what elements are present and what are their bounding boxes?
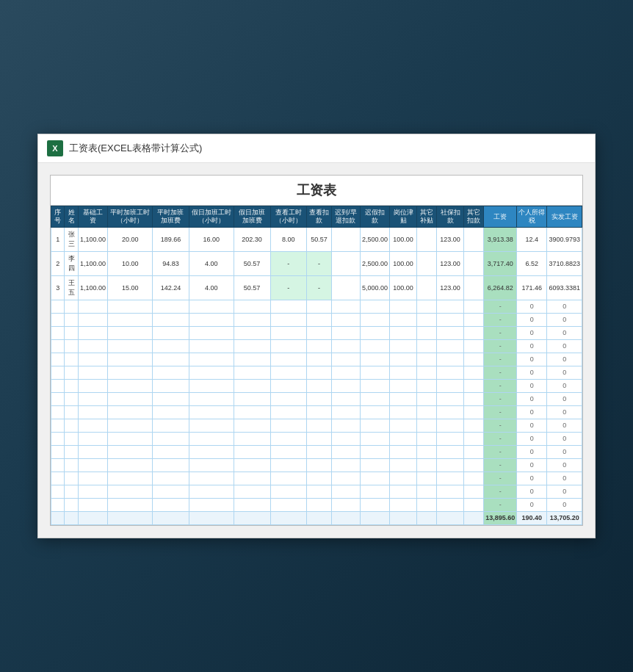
col-salary: 工资	[484, 206, 517, 228]
table-cell-empty	[307, 392, 332, 405]
table-cell-empty	[51, 392, 65, 405]
table-cell-empty	[390, 405, 417, 419]
table-cell-empty	[234, 472, 270, 485]
table-cell-empty	[65, 366, 78, 379]
table-cell-empty	[307, 313, 332, 326]
table-cell-empty	[78, 405, 108, 419]
table-cell-empty	[270, 458, 307, 472]
table-cell-empty	[463, 419, 483, 432]
total-cell	[65, 511, 78, 524]
table-cell-empty	[360, 379, 390, 392]
table-cell: 1,100.00	[78, 275, 108, 300]
table-cell-empty	[51, 300, 65, 313]
table-cell-empty: 0	[547, 419, 582, 432]
table-row-empty: -00	[51, 458, 582, 472]
table-cell-empty	[416, 366, 436, 379]
total-cell	[437, 511, 464, 524]
table-cell-empty	[51, 313, 65, 326]
table-cell: 5,000.00	[360, 275, 390, 300]
total-cell	[78, 511, 108, 524]
total-cell	[332, 511, 361, 524]
table-cell-empty	[65, 300, 78, 313]
table-cell-empty	[234, 498, 270, 511]
table-cell: 50.57	[234, 275, 270, 300]
table-cell-empty	[108, 458, 153, 472]
table-cell-empty	[307, 498, 332, 511]
table-cell-empty	[78, 432, 108, 445]
table-cell-empty: -	[484, 392, 517, 405]
table-cell-empty	[332, 445, 361, 458]
excel-icon: X	[47, 140, 63, 156]
table-cell-empty	[437, 379, 464, 392]
sheet-title: 工资表	[51, 176, 582, 206]
table-cell: 2,500.00	[360, 251, 390, 275]
table-cell-empty: -	[484, 432, 517, 445]
table-cell-empty	[463, 445, 483, 458]
table-row-empty: -00	[51, 405, 582, 419]
table-cell-empty	[152, 405, 189, 419]
table-cell-empty	[360, 458, 390, 472]
table-cell: 100.00	[390, 227, 417, 251]
table-cell-empty	[108, 445, 153, 458]
table-cell-empty	[108, 339, 153, 353]
table-cell: 94.83	[152, 251, 189, 275]
table-cell-empty	[152, 379, 189, 392]
table-cell-empty: 0	[517, 353, 547, 366]
table-cell-empty	[360, 432, 390, 445]
table-cell-empty	[234, 405, 270, 419]
table-cell-empty: 0	[547, 366, 582, 379]
table-cell-empty	[332, 498, 361, 511]
table-cell-empty	[65, 419, 78, 432]
table-cell-empty	[234, 458, 270, 472]
table-cell-empty	[332, 326, 361, 339]
table-cell-empty: -	[484, 366, 517, 379]
table-cell-empty	[390, 313, 417, 326]
table-cell-empty	[270, 392, 307, 405]
table-cell-empty: -	[484, 313, 517, 326]
col-late-hours: 查看工时（小时）	[270, 206, 307, 228]
table-cell-empty	[463, 339, 483, 353]
table-cell-empty	[65, 485, 78, 498]
table-cell-empty	[51, 405, 65, 419]
table-cell-empty	[437, 366, 464, 379]
table-cell-empty	[65, 313, 78, 326]
table-cell-empty	[270, 353, 307, 366]
table-cell-empty	[234, 313, 270, 326]
table-cell-empty	[437, 458, 464, 472]
table-cell-empty	[108, 485, 153, 498]
table-cell-empty	[416, 458, 436, 472]
table-cell-empty	[234, 326, 270, 339]
table-cell-empty	[189, 472, 234, 485]
sheet-container: 工资表 序号 姓名 基础工资 平时加班工时（小时） 平时加班加班费 假日加班工时…	[50, 175, 583, 526]
table-cell-empty	[437, 392, 464, 405]
table-cell-empty	[234, 432, 270, 445]
table-cell-empty	[78, 313, 108, 326]
table-cell-empty	[332, 339, 361, 353]
table-cell-empty: 0	[517, 405, 547, 419]
table-cell: 123.00	[437, 227, 464, 251]
table-cell: 1,100.00	[78, 227, 108, 251]
table-cell: 4.00	[189, 251, 234, 275]
table-cell-empty	[51, 458, 65, 472]
table-cell-empty	[270, 366, 307, 379]
table-row: 2李四1,100.0010.0094.834.0050.57--2,500.00…	[51, 251, 582, 275]
table-cell-empty	[307, 366, 332, 379]
table-cell-empty	[416, 405, 436, 419]
table-cell-empty	[360, 405, 390, 419]
table-cell-empty: -	[484, 379, 517, 392]
table-row-empty: -00	[51, 326, 582, 339]
table-cell-empty	[463, 405, 483, 419]
table-cell: 4.00	[189, 275, 234, 300]
table-cell-empty	[463, 485, 483, 498]
table-cell-empty: 0	[547, 392, 582, 405]
table-cell-empty	[463, 458, 483, 472]
table-cell-empty: 0	[517, 432, 547, 445]
table-cell: 50.57	[307, 227, 332, 251]
table-cell-empty: 0	[517, 472, 547, 485]
table-cell	[416, 251, 436, 275]
table-cell-empty	[234, 339, 270, 353]
table-cell-empty	[390, 366, 417, 379]
table-cell: 李四	[65, 251, 78, 275]
table-cell	[332, 251, 361, 275]
col-tax: 个人所得税	[517, 206, 547, 228]
